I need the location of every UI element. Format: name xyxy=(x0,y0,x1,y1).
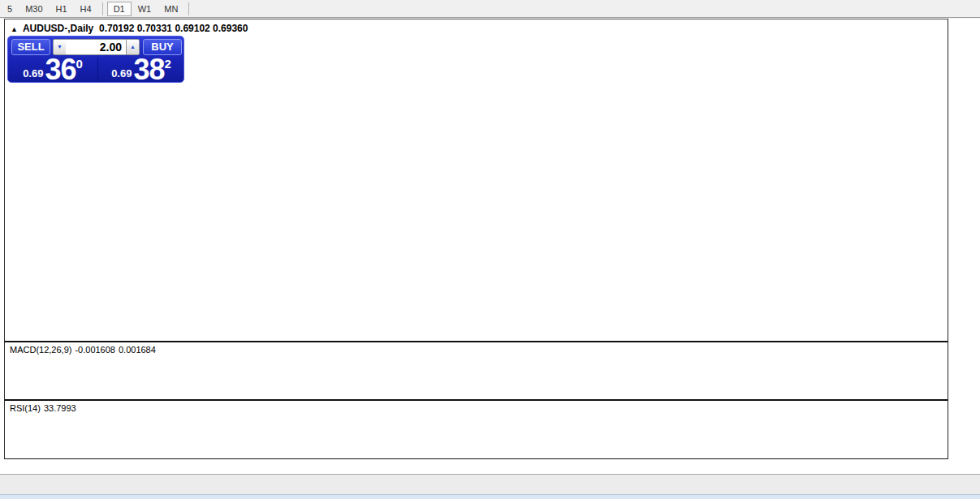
chart-title-symbol: AUDUSD-,Daily xyxy=(23,23,93,34)
timeframe-button-d1[interactable]: D1 xyxy=(107,2,132,16)
chart-tab-bar xyxy=(0,474,980,494)
mt4-window: 5M30H1H4D1W1MN ▲AUDUSD-,Daily 0.70192 0.… xyxy=(0,0,980,499)
timeframe-button-h1[interactable]: H1 xyxy=(50,2,74,16)
buy-price-prefix: 0.69 xyxy=(111,67,132,80)
sell-price-prefix: 0.69 xyxy=(23,67,43,80)
sell-price-sup: 0 xyxy=(76,57,83,71)
rsi-indicator-panel[interactable]: RSI(14)33.7993 xyxy=(4,400,948,459)
timeframe-button-mn[interactable]: MN xyxy=(158,2,184,16)
sell-price-big: 36 xyxy=(45,58,76,82)
rsi-label: RSI(14)33.7993 xyxy=(10,403,80,413)
chart-title-ohlc: 0.70192 0.70331 0.69102 0.69360 xyxy=(99,23,248,34)
time-axis[interactable] xyxy=(4,459,948,474)
sell-price-display[interactable]: 0.69 36 0 xyxy=(10,57,96,82)
macd-label: MACD(12,26,9)-0.0016080.001684 xyxy=(10,345,159,355)
price-chart-panel[interactable]: ▲AUDUSD-,Daily 0.70192 0.70331 0.69102 0… xyxy=(4,19,948,342)
chart-title: ▲AUDUSD-,Daily 0.70192 0.70331 0.69102 0… xyxy=(11,23,248,34)
one-click-collapse-icon[interactable]: ▲ xyxy=(11,25,18,33)
macd-name: MACD(12,26,9) xyxy=(10,345,71,355)
toolbar-separator xyxy=(188,2,189,15)
rsi-name: RSI(14) xyxy=(10,403,41,413)
macd-main-value: -0.001608 xyxy=(75,345,115,355)
rsi-value: 33.7993 xyxy=(44,403,76,413)
price-axis[interactable] xyxy=(948,19,980,459)
status-strip xyxy=(0,494,980,499)
timeframe-button-w1[interactable]: W1 xyxy=(132,2,158,16)
one-click-trading-widget: SELL ▼ ▲ BUY 0.69 36 0 0.69 38 2 xyxy=(7,36,184,83)
toolbar-separator xyxy=(102,2,103,15)
buy-price-display[interactable]: 0.69 38 2 xyxy=(97,57,184,82)
chart-window: ▲AUDUSD-,Daily 0.70192 0.70331 0.69102 0… xyxy=(0,19,980,474)
buy-price-big: 38 xyxy=(133,58,164,82)
macd-indicator-panel[interactable]: MACD(12,26,9)-0.0016080.001684 xyxy=(4,342,948,400)
timeframe-button-m30[interactable]: M30 xyxy=(19,2,49,16)
buy-price-sup: 2 xyxy=(165,57,171,71)
timeframe-button-h4[interactable]: H4 xyxy=(74,2,98,16)
timeframe-button-5[interactable]: 5 xyxy=(1,2,19,16)
macd-signal-value: 0.001684 xyxy=(119,345,156,355)
timeframe-toolbar: 5M30H1H4D1W1MN xyxy=(0,0,980,18)
